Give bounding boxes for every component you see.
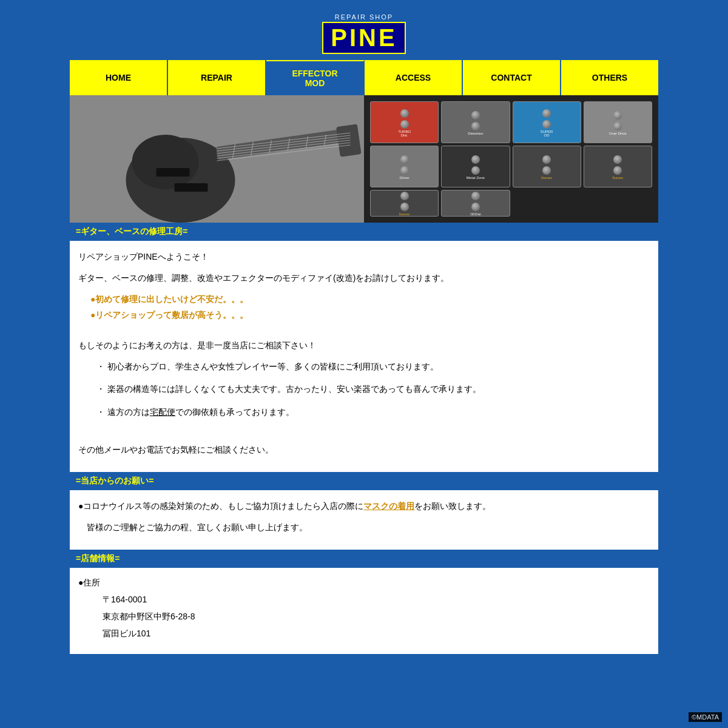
logo-main: PINE: [322, 22, 405, 54]
list-item-1: 初心者からプロ、学生さんや女性プレイヤー等、多くの皆様にご利用頂いております。: [96, 359, 650, 374]
welcome-desc: ギター、ベースの修理、調整、改造やエフェクターのモディファイ(改造)をお請けして…: [78, 271, 650, 286]
closing-text: その他メールやお電話でお気軽にご相談ください。: [78, 442, 650, 457]
nav-home[interactable]: HOME: [70, 60, 168, 95]
nav-others[interactable]: OTHERS: [561, 60, 658, 95]
pedal-7: Ibanez: [513, 146, 581, 187]
nav-repair[interactable]: REPAIR: [168, 60, 266, 95]
pedal-8: Ibanez: [584, 146, 652, 187]
address-label: ●住所: [78, 574, 650, 591]
svg-point-2: [132, 135, 199, 189]
navigation: HOME REPAIR EFFECTORMOD ACCESS CONTACT O…: [70, 60, 658, 95]
pedal-10: OD/Dist: [441, 190, 510, 217]
list-item-2: 楽器の構造等には詳しくなくても大丈夫です。古かったり、安い楽器であっても喜んで承…: [96, 382, 650, 397]
consult-text: もしそのようにお考えの方は、是非一度当店にご相談下さい！: [78, 338, 650, 353]
address-content: ●住所 〒164-0001 東京都中野区中野6-28-8 冨田ビル101: [70, 568, 658, 654]
logo-subtitle: REPAIR SHOP: [70, 13, 658, 21]
nav-effector-mod[interactable]: EFFECTORMOD: [266, 60, 365, 95]
notice-content: ●コロナウイルス等の感染対策のため、もしご協力頂けましたら入店の際にマスクの着用…: [70, 490, 658, 550]
bullet1: ●初めて修理に出したいけど不安だ。。。: [90, 292, 650, 307]
notice-paragraph: ●コロナウイルス等の感染対策のため、もしご協力頂けましたら入店の際にマスクの着用…: [78, 499, 650, 514]
address-details: 〒164-0001 東京都中野区中野6-28-8 冨田ビル101: [103, 591, 650, 642]
welcome-content: リペアショップPINEへようこそ！ ギター、ベースの修理、調整、改造やエフェクタ…: [70, 241, 658, 472]
address-line2: 冨田ビル101: [103, 625, 650, 642]
pedal-9: Ibanez: [370, 190, 439, 217]
welcome-intro: リペアショップPINEへようこそ！: [78, 249, 650, 265]
address-line1: 東京都中野区中野6-28-8: [103, 608, 650, 625]
bullet2: ●リペアショップって敷居が高そう。。。: [90, 308, 650, 323]
svg-rect-12: [175, 183, 208, 192]
pedal-4: Over Drive: [584, 101, 652, 143]
welcome-section-header: =ギター、ベースの修理工房=: [70, 223, 658, 241]
store-section-header: =店舗情報=: [70, 550, 658, 568]
pedal-6: Metal Zone: [441, 146, 510, 187]
pedal-5: Driver: [370, 146, 439, 187]
notice-highlight: マスクの着用: [363, 501, 414, 511]
services-list: 初心者からプロ、学生さんや女性プレイヤー等、多くの皆様にご利用頂いております。 …: [96, 359, 650, 420]
notice-text2: をお願い致します。: [414, 501, 491, 511]
list-item-3: 遠方の方は宅配便での御依頼も承っております。: [96, 405, 650, 420]
delivery-link[interactable]: 宅配便: [150, 407, 175, 417]
pedal-1: TURBODist.: [370, 101, 439, 143]
nav-contact[interactable]: CONTACT: [463, 60, 561, 95]
pedal-2: Distortion: [441, 101, 510, 143]
hero-section: TURBODist. Distortion SUPEROD Over Drive…: [70, 95, 658, 223]
hero-guitar-image: [70, 95, 364, 223]
top-bar: [70, 0, 658, 7]
postal: 〒164-0001: [103, 591, 650, 608]
header: REPAIR SHOP PINE: [70, 7, 658, 60]
notice-text3: 皆様のご理解とご協力の程、宜しくお願い申し上げます。: [78, 520, 650, 535]
hero-pedals-image: TURBODist. Distortion SUPEROD Over Drive…: [364, 95, 658, 223]
notice-text1: ●コロナウイルス等の感染対策のため、もしご協力頂けましたら入店の際に: [78, 501, 363, 511]
nav-access[interactable]: ACCESS: [365, 60, 463, 95]
pedal-3: SUPEROD: [513, 101, 581, 143]
svg-rect-11: [157, 168, 190, 177]
notice-section-header: =当店からのお願い=: [70, 472, 658, 490]
main-content: =ギター、ベースの修理工房= リペアショップPINEへようこそ！ ギター、ベース…: [70, 223, 658, 654]
